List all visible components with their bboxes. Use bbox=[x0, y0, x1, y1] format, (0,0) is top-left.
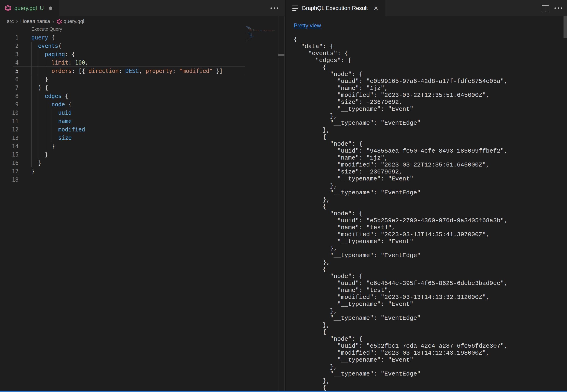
minimap-content: query { events( paging: { limit: 100, or… bbox=[246, 26, 276, 42]
line-number[interactable]: 11 bbox=[0, 117, 19, 126]
line-number[interactable]: 12 bbox=[0, 126, 19, 134]
line-number[interactable]: 17 bbox=[0, 167, 19, 176]
code-editor[interactable]: Execute Query 12345678910111213141516171… bbox=[0, 0, 278, 391]
line-number[interactable]: 15 bbox=[0, 151, 19, 159]
code-line[interactable]: node { bbox=[31, 100, 72, 109]
preview-list-icon bbox=[292, 6, 298, 11]
editor-group-sash[interactable] bbox=[285, 0, 286, 391]
scrollbar-thumb[interactable] bbox=[278, 54, 284, 56]
code-line[interactable]: size bbox=[31, 134, 72, 142]
code-line[interactable]: modified bbox=[31, 126, 85, 134]
code-line[interactable]: paging: { bbox=[31, 50, 75, 58]
code-line[interactable]: } bbox=[31, 151, 48, 159]
line-number[interactable]: 3 bbox=[0, 50, 19, 58]
line-number[interactable]: 5 bbox=[0, 67, 19, 75]
line-number[interactable]: 6 bbox=[0, 75, 19, 84]
left-editor-scrollbar[interactable] bbox=[278, 16, 285, 391]
minimap[interactable]: query { events( paging: { limit: 100, or… bbox=[246, 26, 276, 44]
line-number[interactable]: 8 bbox=[0, 92, 19, 100]
line-number[interactable]: 4 bbox=[0, 58, 19, 67]
code-line[interactable]: } bbox=[31, 167, 35, 176]
code-line[interactable]: ) { bbox=[31, 84, 48, 92]
code-line[interactable]: events( bbox=[31, 42, 62, 50]
line-number[interactable]: 18 bbox=[0, 176, 19, 184]
vscode-window: query.gql U src › Новая папка › query.gq… bbox=[0, 0, 567, 392]
code-line[interactable]: query { bbox=[31, 33, 55, 42]
pretty-view-link[interactable]: Pretty view bbox=[294, 22, 321, 29]
line-number[interactable]: 9 bbox=[0, 100, 19, 109]
line-number[interactable]: 14 bbox=[0, 142, 19, 151]
code-line[interactable]: uuid bbox=[31, 109, 72, 117]
line-number[interactable]: 10 bbox=[0, 109, 19, 117]
execute-query-codelens[interactable]: Execute Query bbox=[31, 27, 62, 32]
right-tab-bar: GraphQL Execution Result × bbox=[286, 0, 567, 16]
split-editor-icon[interactable] bbox=[542, 5, 549, 12]
code-line[interactable]: limit: 100, bbox=[31, 58, 88, 67]
line-number[interactable]: 13 bbox=[0, 134, 19, 142]
code-line[interactable]: orders: [{ direction: DESC, property: "m… bbox=[31, 67, 223, 75]
line-number[interactable]: 1 bbox=[0, 33, 19, 42]
line-number[interactable]: 2 bbox=[0, 42, 19, 50]
editor-group-left: query.gql U src › Новая папка › query.gq… bbox=[0, 0, 286, 391]
code-line[interactable]: } bbox=[31, 159, 41, 167]
execution-result-json: { "data": { "events": { "edges": [ { "no… bbox=[294, 36, 563, 391]
code-line[interactable]: } bbox=[31, 142, 55, 151]
tab-graphql-execution-result[interactable]: GraphQL Execution Result × bbox=[286, 0, 385, 16]
editor-group-right: GraphQL Execution Result × Pretty view {… bbox=[286, 0, 567, 391]
code-line[interactable]: } bbox=[31, 75, 48, 84]
code-line[interactable]: name bbox=[31, 117, 72, 126]
right-panel-scrollbar-thumb[interactable] bbox=[564, 16, 567, 38]
bottom-accent-bar bbox=[0, 391, 567, 392]
line-number[interactable]: 7 bbox=[0, 84, 19, 92]
tab-label: GraphQL Execution Result bbox=[302, 5, 368, 11]
line-number[interactable]: 16 bbox=[0, 159, 19, 167]
more-actions-icon[interactable] bbox=[553, 7, 563, 9]
close-icon[interactable]: × bbox=[374, 4, 378, 12]
code-line[interactable]: edges { bbox=[31, 92, 68, 100]
